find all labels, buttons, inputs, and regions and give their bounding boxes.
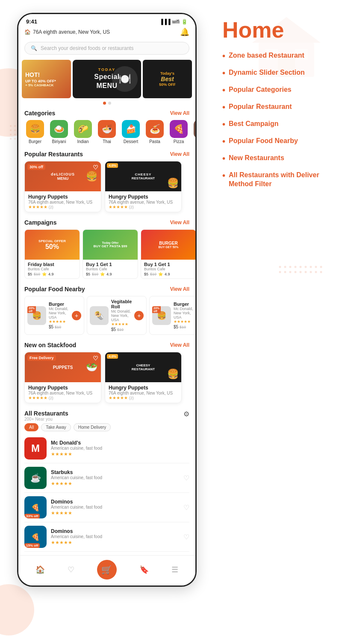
new-rest-card-1[interactable]: Free Delivery ♡ PUPPETS 🥗 Hungry Puppets… xyxy=(24,352,101,403)
food-add-btn-1[interactable]: + xyxy=(72,311,81,320)
all-rest-sub: 200+ Near you xyxy=(24,417,68,422)
heart-card-1: ♡ xyxy=(93,164,98,171)
category-thai[interactable]: 🍜 Thai xyxy=(96,120,118,144)
filter-tab-all[interactable]: All xyxy=(24,423,38,431)
filter-tab-takeaway[interactable]: Take Away xyxy=(41,423,71,431)
list-item-starbucks[interactable]: ☕ Starbuks American cuisine, fast food ★… xyxy=(24,463,189,493)
nav-cart[interactable]: 🛒 xyxy=(97,560,117,580)
campaign-card-2[interactable]: Today Offer BUY GET PASTA $99 Buy 1 Get … xyxy=(83,229,138,279)
banner-promo-left[interactable]: HOT! UP TO 40% OFF* + 5% CASHBACK xyxy=(22,60,71,98)
dominos-badge-1: 33% off xyxy=(24,514,40,518)
new-rest-label-2: CHEESY RESTAURANT xyxy=(132,363,155,371)
category-dessert[interactable]: 🍰 Dessert xyxy=(120,120,142,144)
dessert-icon: 🍰 xyxy=(122,120,140,138)
list-item-dominos-2[interactable]: 🍕 15% off Dominos American cuisine, fast… xyxy=(24,522,189,552)
list-item-mcdonalds[interactable]: M Mc Donald's American cuisine, fast foo… xyxy=(24,434,189,463)
food-name-2: Vegitable Roll xyxy=(111,299,132,309)
campaign-card-3[interactable]: BURGER BUY GET 50% Buy 1 Get 1 Buritos C… xyxy=(141,229,195,279)
restaurant-label-1: deLICIOUS MENU xyxy=(51,172,75,181)
filter-tabs: All Take Away Home Delivery xyxy=(24,423,189,431)
nav-bookmarks[interactable]: 🔖 xyxy=(139,565,149,574)
category-pasta[interactable]: 🍝 Pasta xyxy=(144,120,165,144)
food-nearby-row: 🍔 20%off Burger Mc Donald, New York, USA… xyxy=(18,294,195,338)
campaign-img-3: BURGER BUY GET 50% xyxy=(141,230,195,260)
food-card-3[interactable]: 🍔 20%off Burger Mc Donald, New York, USA… xyxy=(149,296,195,335)
nav-favorites[interactable]: ♡ xyxy=(68,565,74,574)
svg-point-8 xyxy=(320,266,322,268)
popular-restaurants-view-all[interactable]: View All xyxy=(170,151,189,157)
food-img-2: 🌯 xyxy=(90,306,109,325)
new-rest-name-2: Hungry Puppets xyxy=(109,385,178,391)
new-rest-img-2: 4.0% CHEESY RESTAURANT 🍔 xyxy=(105,352,181,382)
campaign-card-1[interactable]: SPECIAL OFFER 50% Friday blast Buritos C… xyxy=(24,229,80,279)
campaign-sub-1: Buritos Cafe xyxy=(28,267,77,271)
campaign-price-3: $5 xyxy=(144,272,148,276)
biriyani-label: Biriyani xyxy=(52,139,66,144)
bottom-nav: 🏠 ♡ 🛒 🔖 ☰ xyxy=(18,555,195,585)
food-details-3: Burger Mc Donald, New York, USA ★★★★★ $5… xyxy=(174,302,194,329)
starbucks-info: Starbuks American cuisine, fast food ★★★… xyxy=(51,469,179,486)
starbucks-heart-icon[interactable]: ♡ xyxy=(183,474,189,482)
dominos-badge-2: 15% off xyxy=(24,543,40,548)
svg-point-13 xyxy=(300,271,302,273)
banner-main[interactable]: TODAY SpecialMENU 🍽️ xyxy=(73,60,141,98)
pizza-icon: 🍕 xyxy=(170,120,188,138)
feature-label-all-restaurants: All Restaurants with Deliver Method Filt… xyxy=(229,171,329,189)
dominos-heart-icon-2[interactable]: ♡ xyxy=(183,533,189,541)
campaign-sub-2: Buritos Cafe xyxy=(86,267,135,271)
category-snaks[interactable]: 🍟 Snaks xyxy=(192,120,195,144)
new-food-thumb-1: 🥗 xyxy=(86,362,97,373)
time-display: 9:41 xyxy=(26,18,37,25)
yellow-badge-2: 4.0% xyxy=(107,163,118,168)
banner-main-title: SpecialMENU xyxy=(94,73,120,91)
dominos-stars-2: ★★★★★ xyxy=(51,540,179,545)
food-card-2[interactable]: 🌯 Vegitable Roll Mc Donald, New York, US… xyxy=(87,296,147,335)
restaurant-address-1: 76A eighth avenue, New York, US xyxy=(28,200,97,205)
feature-label-campaign: Best Campaign xyxy=(229,120,278,129)
food-stars-2: ★★★★★ xyxy=(111,322,132,326)
new-stackfood-view-all[interactable]: View All xyxy=(170,342,189,348)
food-add-btn-2[interactable]: + xyxy=(134,311,144,320)
svg-point-33 xyxy=(10,138,12,140)
search-bar[interactable]: 🔍 Search your desired foods or restauran… xyxy=(24,42,189,55)
mcdonalds-stars: ★★★★★ xyxy=(51,451,189,457)
dominos-heart-icon-1[interactable]: ♡ xyxy=(183,503,189,512)
nav-menu[interactable]: ☰ xyxy=(171,565,178,574)
restaurant-card-1[interactable]: 30% off ♡ deLICIOUS MENU 🍔 Hungry Puppet… xyxy=(24,161,101,212)
notification-bell-icon[interactable]: 🔔 xyxy=(180,27,189,37)
list-item-dominos-1[interactable]: 🍕 33% off Dominos American cuisine, fast… xyxy=(24,493,189,522)
new-food-thumb-2: 🍔 xyxy=(167,369,179,380)
feature-list: Zone based Restaurant Dynamic Slider Sec… xyxy=(222,51,329,189)
campaign-old-price-1: $10 xyxy=(34,272,40,276)
biriyani-icon: 🍛 xyxy=(50,120,68,138)
campaign-info-3: Buy 1 Get 1 Buritos Cafe $5 $10 ⭐ 4.9 xyxy=(141,260,195,278)
burger-label: Burger xyxy=(29,139,41,144)
filter-icon[interactable]: ⚙ xyxy=(183,410,189,418)
popular-restaurants-title: Popular Restaurants xyxy=(24,151,83,158)
discount-badge-1: 30% off xyxy=(27,164,45,170)
category-biriyani[interactable]: 🍛 Biriyani xyxy=(48,120,70,144)
popular-restaurants-row: 30% off ♡ deLICIOUS MENU 🍔 Hungry Puppet… xyxy=(18,159,195,216)
filter-tab-homedelivery[interactable]: Home Delivery xyxy=(74,423,111,431)
category-pizza[interactable]: 🍕 Pizza xyxy=(168,120,189,144)
restaurant-stars-2: ★★★★★ (2) xyxy=(109,205,178,209)
campaign-rating-1: 4.9 xyxy=(48,272,54,276)
banner-promo-right[interactable]: Today's Best 50% OFF xyxy=(143,60,192,98)
food-name-3: Burger xyxy=(174,302,194,307)
svg-point-24 xyxy=(14,129,16,131)
feature-popular-categories: Popular Categories xyxy=(222,85,329,95)
categories-view-all[interactable]: View All xyxy=(170,110,189,116)
category-burger[interactable]: 🍔 Burger xyxy=(24,120,46,144)
svg-point-11 xyxy=(289,271,292,273)
restaurant-card-2[interactable]: 4.0% CHEESY RESTAURANT 🍔 Hungry Puppets … xyxy=(105,161,182,212)
food-card-1[interactable]: 🍔 20%off Burger Mc Donald, New York, USA… xyxy=(24,296,84,335)
food-nearby-view-all[interactable]: View All xyxy=(170,286,189,292)
food-nearby-header: Popular Food Nearby View All xyxy=(18,282,195,294)
campaigns-view-all[interactable]: View All xyxy=(170,220,189,225)
category-indian[interactable]: 🌮 Indian xyxy=(72,120,94,144)
categories-row: 🍔 Burger 🍛 Biriyani 🌮 Indian 🍜 Thai 🍰 De… xyxy=(18,118,195,147)
nav-home[interactable]: 🏠 xyxy=(35,565,45,574)
new-rest-card-2[interactable]: 4.0% CHEESY RESTAURANT 🍔 Hungry Puppets … xyxy=(105,352,182,403)
star-icon-2: ⭐ xyxy=(100,272,105,276)
food-price-2: $5 $10 xyxy=(111,327,132,332)
